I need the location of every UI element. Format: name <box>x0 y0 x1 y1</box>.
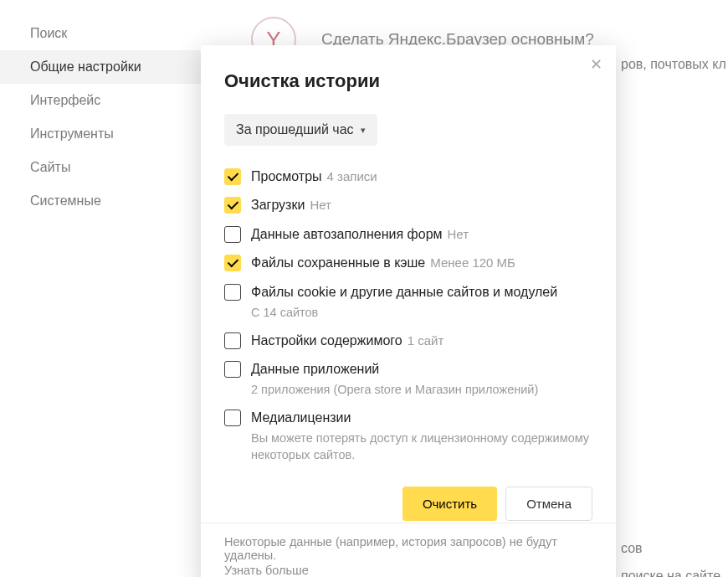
option-label: Настройки содержимого <box>251 333 402 348</box>
option-label: Файлы cookie и другие данные сайтов и мо… <box>251 285 557 299</box>
cancel-button[interactable]: Отмена <box>505 487 592 521</box>
checkbox-app-data[interactable] <box>224 361 241 378</box>
option-media-licenses: Медиалицензии Вы можете потерять доступ … <box>224 409 592 464</box>
sidebar-item-sites[interactable]: Сайты <box>0 151 205 184</box>
clear-button[interactable]: Очистить <box>402 487 497 521</box>
option-cache: Файлы сохраненные в кэшеМенее 120 МБ <box>224 254 592 272</box>
option-hint: 4 записи <box>327 169 377 183</box>
chevron-down-icon: ▾ <box>361 125 366 136</box>
sidebar-item-tools[interactable]: Инструменты <box>0 117 205 151</box>
dialog-title: Очистка истории <box>224 70 592 92</box>
checkbox-cookies[interactable] <box>224 284 241 301</box>
bg-text-fragment-2: сов <box>621 541 643 556</box>
sidebar-item-general[interactable]: Общие настройки <box>0 50 205 84</box>
time-range-label: За прошедший час <box>236 122 354 137</box>
option-hint: 1 сайт <box>408 333 444 348</box>
option-sub: Вы можете потерять доступ к лицензионном… <box>251 430 592 463</box>
dialog-body: Очистка истории За прошедший час ▾ Просм… <box>201 45 616 523</box>
option-autofill: Данные автозаполнения формНет <box>224 225 592 244</box>
sidebar-item-search[interactable]: Поиск <box>0 17 205 50</box>
sidebar-item-system[interactable]: Системные <box>0 184 205 218</box>
settings-sidebar: Поиск Общие настройки Интерфейс Инструме… <box>0 0 205 218</box>
bg-text-fragment-1: ров, почтовых кл <box>621 57 726 72</box>
checkbox-content-settings[interactable] <box>224 332 241 349</box>
option-downloads: ЗагрузкиНет <box>224 196 592 214</box>
option-label: Данные автозаполнения форм <box>251 227 443 241</box>
checkbox-media-licenses[interactable] <box>224 410 241 426</box>
footer-text: Некоторые данные (например, история запр… <box>224 535 592 562</box>
sidebar-item-interface[interactable]: Интерфейс <box>0 84 205 117</box>
dialog-footer: Некоторые данные (например, история запр… <box>201 523 616 577</box>
learn-more-link[interactable]: Узнать больше <box>224 564 309 577</box>
checkbox-cache[interactable] <box>224 255 241 271</box>
checkbox-autofill[interactable] <box>224 226 241 243</box>
options-list: Просмотры4 записи ЗагрузкиНет Данные авт… <box>224 167 592 463</box>
option-hint: Нет <box>310 198 331 212</box>
clear-history-dialog: ✕ Очистка истории За прошедший час ▾ Про… <box>201 45 616 577</box>
option-label: Просмотры <box>251 169 322 183</box>
option-app-data: Данные приложений 2 приложения (Opera st… <box>224 360 592 399</box>
checkbox-downloads[interactable] <box>224 197 241 214</box>
option-hint: Менее 120 МБ <box>430 255 515 270</box>
close-icon[interactable]: ✕ <box>590 57 602 72</box>
option-views: Просмотры4 записи <box>224 167 592 186</box>
option-label: Данные приложений <box>251 362 379 376</box>
time-range-select[interactable]: За прошедший час ▾ <box>224 114 377 146</box>
option-label: Загрузки <box>251 198 305 212</box>
option-content-settings: Настройки содержимого1 сайт <box>224 332 592 350</box>
option-cookies: Файлы cookie и другие данные сайтов и мо… <box>224 283 592 322</box>
option-label: Медиалицензии <box>251 410 351 425</box>
option-label: Файлы сохраненные в кэше <box>251 255 425 270</box>
option-sub: 2 приложения (Opera store и Магазин прил… <box>251 382 592 399</box>
bg-text-fragment-3: поиске на сайте <box>621 569 720 577</box>
dialog-button-row: Очистить Отмена <box>224 487 592 521</box>
option-sub: С 14 сайтов <box>251 305 592 322</box>
checkbox-views[interactable] <box>224 168 241 185</box>
option-hint: Нет <box>448 227 469 241</box>
